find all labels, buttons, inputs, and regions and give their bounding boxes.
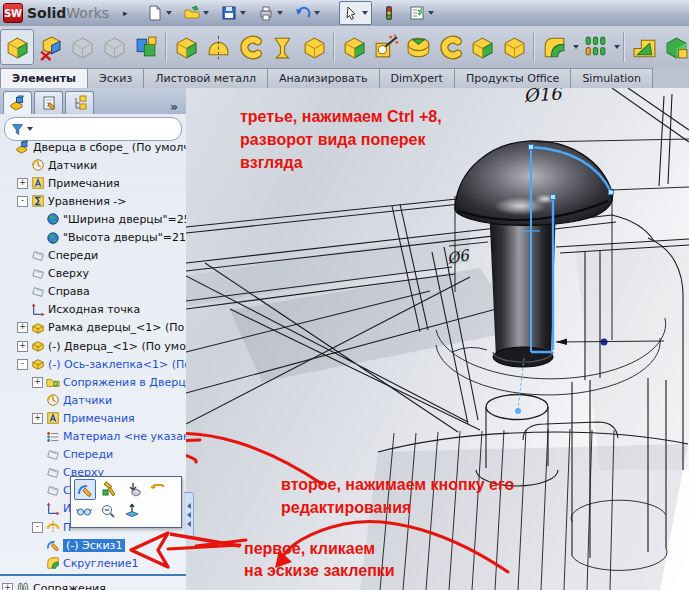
cube-down-arrow-icon [126, 481, 142, 497]
design-checker-button[interactable] [406, 2, 437, 24]
undo-button[interactable] [292, 2, 323, 24]
tab-office-products[interactable]: Продукты Office [455, 68, 571, 89]
tree-item-rivet-axis[interactable]: -(-) Ось-заклепка<1> (По у [0, 355, 186, 373]
tab-simulation[interactable]: Simulation [571, 68, 653, 89]
chevron-down-icon[interactable] [166, 11, 172, 15]
expander-icon[interactable]: - [32, 522, 43, 533]
panel-chevrons[interactable]: » [170, 100, 178, 114]
chevron-down-icon[interactable] [614, 45, 620, 49]
assembly-tool-1-button[interactable] [66, 30, 98, 64]
tree-item-annotations[interactable]: +Примечания [0, 174, 186, 192]
expander-icon[interactable]: + [17, 178, 28, 189]
expander-icon[interactable]: + [32, 413, 43, 424]
linear-pattern-button[interactable] [579, 30, 611, 64]
tree-item-sensors[interactable]: Датчики [0, 156, 186, 174]
swept-boss-button[interactable] [234, 30, 266, 64]
fillet-icon [541, 34, 568, 61]
tree-item-top-plane[interactable]: Сверху [0, 265, 186, 283]
tree-item-door[interactable]: +(-) Дверца_<1> (По умолч [0, 337, 186, 355]
assembly-tool-2-button[interactable] [98, 30, 130, 64]
tree-item-front-plane[interactable]: Спереди [0, 247, 186, 265]
chevron-down-icon[interactable] [27, 127, 33, 131]
tree-item-equation-width[interactable]: "Ширина дверцы"=250 [0, 210, 186, 228]
tree-item-door-frame[interactable]: +Рамка дверцы_<1> (По ум [0, 319, 186, 337]
tree-item-assembly[interactable]: Дверца в сборе_ (По умолча [0, 138, 186, 156]
origin-icon [31, 303, 45, 317]
boundary-cut-button[interactable] [498, 30, 530, 64]
tree-item-equations[interactable]: -Уравнения -> [0, 192, 186, 210]
chevron-down-icon[interactable] [428, 11, 434, 15]
zoom-to-selection-button[interactable] [98, 501, 118, 520]
insert-into-new-part-button[interactable] [124, 479, 144, 498]
panel-splitter-tab[interactable] [184, 492, 194, 538]
tree-item-label: (-) Ось-заклепка<1> (По у [48, 358, 186, 371]
expander-icon[interactable]: - [17, 359, 28, 370]
new-document-button[interactable] [144, 2, 175, 24]
magnifier-icon [100, 503, 116, 519]
tree-item-origin[interactable]: Исходная точка [0, 301, 186, 319]
select-tool-button[interactable] [339, 1, 372, 25]
expander-icon[interactable]: + [17, 322, 28, 333]
draft-button[interactable] [660, 30, 689, 64]
part-icon [31, 357, 45, 371]
tree-item-right-plane[interactable]: Справа [0, 283, 186, 301]
exit-button[interactable] [148, 479, 168, 498]
expander-icon[interactable]: + [32, 377, 43, 388]
tree-item-front-plane[interactable]: Спереди [0, 446, 186, 464]
no-external-references-button[interactable] [34, 30, 66, 64]
lofted-boss-button[interactable] [266, 30, 298, 64]
sketch-point[interactable] [515, 408, 521, 414]
insert-components-button[interactable] [130, 30, 162, 64]
tree-item-label: Сверху [48, 267, 89, 280]
dimension-d16[interactable]: Ø16 [523, 88, 564, 106]
open-button[interactable] [181, 2, 212, 24]
tree-item-mates-in-door[interactable]: +Сопряжения в Дверца [0, 373, 186, 391]
boundary-boss-button[interactable] [298, 30, 330, 64]
tab-sketch[interactable]: Эскиз [88, 68, 144, 89]
menu-expand-arrow[interactable]: ▸ [123, 8, 128, 18]
tree-item-mates[interactable]: +Сопряжения [0, 579, 186, 590]
edit-feature-button[interactable] [100, 479, 120, 498]
checklist-icon [409, 5, 425, 21]
revolved-cut-button[interactable] [402, 30, 434, 64]
tab-elements[interactable]: Элементы [0, 68, 88, 89]
fillet-button[interactable] [538, 30, 570, 64]
edit-sketch-button[interactable] [74, 479, 96, 500]
extruded-boss-button[interactable] [170, 30, 202, 64]
tree-item-annotations[interactable]: +Примечания [0, 409, 186, 427]
chevron-down-icon[interactable] [240, 11, 246, 15]
interference-check-button[interactable] [378, 2, 400, 24]
collapse-left-icon [187, 521, 191, 527]
chevron-down-icon[interactable] [314, 11, 320, 15]
tab-sheet-metal[interactable]: Листовой металл [144, 68, 268, 89]
expander-icon[interactable]: + [2, 583, 13, 590]
tab-evaluate[interactable]: Анализировать [268, 68, 379, 89]
feature-manager-tab[interactable] [3, 91, 32, 114]
revolved-boss-button[interactable] [202, 30, 234, 64]
chevron-down-icon[interactable] [277, 11, 283, 15]
tab-dimxpert[interactable]: DimXpert [380, 68, 455, 89]
tree-item-sensors[interactable]: Датчики [0, 391, 186, 409]
print-button[interactable] [255, 2, 286, 24]
chevron-down-icon[interactable] [362, 11, 368, 15]
lofted-cut-button[interactable] [466, 30, 498, 64]
extruded-cut-button[interactable] [338, 30, 370, 64]
tree-item-material[interactable]: Материал <не указан> [0, 428, 186, 446]
property-manager-tab[interactable] [34, 91, 63, 114]
save-button[interactable] [218, 2, 249, 24]
normal-to-button[interactable] [122, 501, 142, 520]
rib-button[interactable] [628, 30, 660, 64]
swept-cut-button[interactable] [434, 30, 466, 64]
graphics-viewport[interactable]: Ø16 Ø6 третье, нажимаем Ctrl +8, разворо… [186, 88, 689, 590]
hole-wizard-button[interactable] [370, 30, 402, 64]
expander-icon[interactable]: - [17, 196, 28, 207]
tree-item-sketch1-selected[interactable]: (-) Эскиз1 [0, 536, 186, 554]
chevron-down-icon[interactable] [203, 11, 209, 15]
plane-icon [46, 448, 60, 462]
edit-component-button[interactable] [0, 29, 34, 65]
hide-button[interactable] [74, 501, 94, 520]
tree-item-equation-height[interactable]: "Высота дверцы"=210 [0, 228, 186, 246]
configuration-manager-tab[interactable] [65, 91, 94, 114]
tree-item-fillet1[interactable]: Скругление1 [0, 554, 186, 572]
expander-icon[interactable]: + [17, 341, 28, 352]
